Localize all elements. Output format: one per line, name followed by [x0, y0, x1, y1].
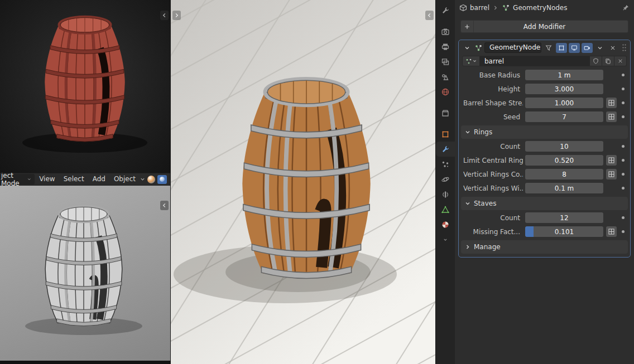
animate-dot[interactable] — [622, 115, 625, 118]
chevron-down-icon — [27, 177, 31, 182]
animate-dot[interactable] — [622, 230, 625, 233]
input-attribute-toggle-icon[interactable] — [606, 98, 617, 108]
modifier-name-field[interactable]: GeometryNodes — [484, 42, 541, 53]
drag-handle-icon[interactable] — [621, 43, 627, 52]
collection-icon — [441, 109, 450, 118]
tab-object-data[interactable] — [436, 202, 455, 217]
tab-output[interactable] — [436, 39, 455, 54]
modifier-extras-chevron-icon[interactable] — [594, 43, 606, 53]
tab-scene[interactable] — [436, 69, 455, 84]
barrel-shape-strength-field[interactable]: 1.000 — [525, 98, 603, 108]
input-attribute-toggle-icon[interactable] — [606, 226, 617, 237]
object-cube-icon — [459, 4, 467, 12]
animate-dot[interactable] — [622, 145, 625, 148]
animate-dot[interactable] — [622, 159, 625, 162]
menu-object[interactable]: Object — [110, 174, 140, 185]
main-3d-viewport[interactable] — [170, 0, 436, 364]
fake-user-shield-icon[interactable] — [590, 56, 602, 66]
rendered-scene — [171, 0, 436, 364]
tab-tool[interactable] — [436, 3, 455, 18]
prop-label: Vertical Rings Wi... — [463, 185, 523, 192]
material-preview-shading-icon[interactable] — [147, 176, 155, 183]
tab-collection[interactable] — [436, 105, 455, 120]
prop-row-base-radius: Base Radius 1 m — [459, 68, 630, 82]
left-viewport-column: ject Mode View Select Add Object — [0, 0, 170, 364]
chevron-right-icon — [465, 244, 470, 250]
section-rings-header[interactable]: Rings — [461, 125, 628, 139]
add-modifier-button[interactable]: Add Modifier — [460, 20, 628, 33]
mode-dropdown[interactable]: ject Mode — [0, 174, 35, 185]
tab-material[interactable] — [436, 217, 455, 232]
menu-view[interactable]: View — [35, 174, 59, 185]
material-icon — [441, 220, 450, 229]
staves-count-field[interactable]: 12 — [525, 212, 603, 223]
breadcrumb-modifier-name[interactable]: GeometryNodes — [513, 4, 567, 12]
limit-central-rings-field[interactable]: 0.520 — [525, 155, 603, 166]
animate-dot[interactable] — [622, 101, 625, 104]
animate-dot[interactable] — [622, 173, 625, 176]
tab-constraints[interactable] — [436, 187, 455, 202]
object-data-icon — [441, 205, 450, 214]
particles-icon — [441, 160, 450, 169]
vertical-rings-width-field[interactable]: 0.1 m — [525, 183, 603, 193]
red-barrel-preview — [0, 0, 170, 173]
tool-icon — [441, 6, 450, 15]
input-attribute-toggle-icon[interactable] — [606, 169, 617, 179]
modifier-close-icon[interactable] — [607, 43, 618, 53]
unlink-node-group-icon[interactable] — [614, 56, 627, 66]
menu-select[interactable]: Select — [60, 174, 88, 185]
value-text: 3.000 — [555, 85, 574, 93]
tab-object[interactable] — [436, 127, 455, 142]
sidebar-expand-icon[interactable] — [425, 11, 434, 20]
shading-dropdown-chevron-icon[interactable] — [140, 177, 145, 182]
node-group-name-field[interactable]: barrel — [480, 56, 590, 66]
height-field[interactable]: 3.000 — [525, 84, 603, 94]
tab-world[interactable] — [436, 84, 455, 99]
tab-modifiers-active[interactable] — [436, 142, 455, 157]
output-icon — [441, 42, 450, 51]
panel-collapse-icon[interactable] — [160, 201, 169, 210]
animate-dot[interactable] — [622, 187, 625, 190]
prop-label: Count — [463, 143, 523, 151]
missing-factor-slider[interactable]: 0.101 — [525, 226, 603, 237]
pin-icon[interactable] — [622, 4, 630, 12]
breadcrumb-separator-icon — [492, 4, 499, 11]
section-manage-header[interactable]: Manage — [461, 240, 628, 254]
breadcrumb-object-name[interactable]: barrel — [470, 4, 489, 12]
viewport-solid-preview[interactable] — [0, 186, 170, 361]
tab-viewlayer[interactable] — [436, 54, 455, 69]
render-display-toggle[interactable] — [582, 43, 593, 53]
animate-dot[interactable] — [622, 74, 625, 76]
chevron-down-icon — [465, 201, 470, 206]
mode-label: ject Mode — [1, 172, 25, 187]
on-cage-toggle[interactable] — [543, 43, 554, 53]
input-attribute-toggle-icon[interactable] — [606, 155, 617, 166]
rings-count-field[interactable]: 10 — [525, 141, 603, 152]
duplicate-node-group-icon[interactable] — [602, 56, 614, 66]
scene-icon — [441, 72, 450, 81]
edit-mode-toggle[interactable] — [556, 43, 567, 53]
base-radius-field[interactable]: 1 m — [525, 70, 603, 80]
node-group-browse-button[interactable] — [462, 56, 480, 66]
rendered-shading-icon[interactable] — [157, 175, 167, 184]
physics-icon — [441, 175, 450, 184]
vertical-rings-count-field[interactable]: 8 — [525, 169, 603, 179]
animate-dot[interactable] — [622, 88, 625, 90]
animate-dot[interactable] — [622, 216, 625, 219]
tab-render[interactable] — [436, 24, 455, 39]
tab-more[interactable] — [436, 232, 455, 247]
panel-collapse-icon[interactable] — [160, 11, 169, 20]
expand-chevron-icon[interactable] — [462, 43, 473, 53]
modifier-header[interactable]: GeometryNodes — [459, 40, 630, 55]
grey-barrel-preview — [0, 186, 170, 361]
viewlayer-icon — [441, 57, 450, 66]
menu-add[interactable]: Add — [89, 174, 109, 185]
viewport-material-preview[interactable] — [0, 0, 170, 173]
viewport-display-toggle[interactable] — [569, 43, 580, 53]
seed-field[interactable]: 7 — [525, 111, 603, 122]
tab-physics[interactable] — [436, 172, 455, 187]
tab-particles[interactable] — [436, 157, 455, 172]
toolbar-expand-icon[interactable] — [172, 11, 181, 20]
section-staves-header[interactable]: Staves — [461, 197, 628, 210]
input-attribute-toggle-icon[interactable] — [606, 111, 617, 122]
